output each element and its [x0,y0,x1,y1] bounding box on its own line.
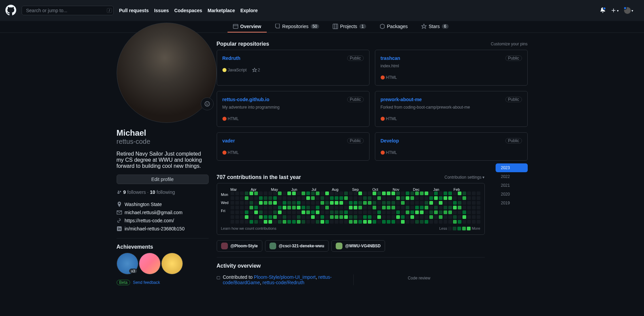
contrib-cell[interactable] [235,220,239,224]
contrib-cell[interactable] [297,201,301,205]
contrib-cell[interactable] [344,191,348,195]
contrib-cell[interactable] [292,206,296,209]
contrib-cell[interactable] [320,210,324,214]
contrib-cell[interactable] [245,220,248,224]
contrib-cell[interactable] [467,191,471,195]
contrib-cell[interactable] [358,206,362,209]
contrib-cell[interactable] [249,210,253,214]
contrib-cell[interactable] [406,210,409,214]
contrib-cell[interactable] [316,215,319,219]
contrib-cell[interactable] [283,215,286,219]
contrib-cell[interactable] [264,196,267,200]
add-menu[interactable]: ▾ [611,8,619,13]
contrib-cell[interactable] [268,206,272,209]
contrib-cell[interactable] [278,210,282,214]
contrib-cell[interactable] [477,201,480,205]
contrib-cell[interactable] [235,206,239,209]
contrib-cell[interactable] [396,210,400,214]
contrib-cell[interactable] [306,210,310,214]
contrib-cell[interactable] [268,196,272,200]
contrib-cell[interactable] [377,196,381,200]
contrib-cell[interactable] [467,215,471,219]
tab-overview[interactable]: Overview [228,21,267,32]
contrib-cell[interactable] [410,201,414,205]
contrib-cell[interactable] [377,220,381,224]
contrib-cell[interactable] [368,191,372,195]
contrib-settings[interactable]: Contribution settings ▾ [445,175,485,180]
contrib-cell[interactable] [235,215,239,219]
contrib-cell[interactable] [320,215,324,219]
contrib-cell[interactable] [264,191,267,195]
contrib-cell[interactable] [330,210,334,214]
contrib-cell[interactable] [396,196,400,200]
contrib-cell[interactable] [373,201,376,205]
learn-link[interactable]: Learn how we count contributions [221,226,277,230]
customize-pins[interactable]: Customize your pins [491,42,528,46]
contrib-cell[interactable] [391,196,395,200]
contrib-cell[interactable] [462,191,466,195]
contrib-cell[interactable] [335,201,338,205]
contrib-cell[interactable] [231,215,234,219]
contrib-cell[interactable] [448,210,452,214]
contrib-cell[interactable] [477,215,480,219]
contrib-cell[interactable] [245,215,248,219]
tab-repos[interactable]: Repositories 50 [269,21,325,32]
contrib-cell[interactable] [467,196,471,200]
contrib-cell[interactable] [358,220,362,224]
contrib-cell[interactable] [339,196,343,200]
contrib-cell[interactable] [368,206,372,209]
github-logo[interactable] [5,5,16,17]
contrib-cell[interactable] [254,215,258,219]
contrib-cell[interactable] [297,220,301,224]
contrib-cell[interactable] [363,206,367,209]
contrib-cell[interactable] [245,191,248,195]
contrib-cell[interactable] [420,215,424,219]
contrib-cell[interactable] [477,206,480,209]
contrib-cell[interactable] [240,215,244,219]
contrib-cell[interactable] [354,220,357,224]
contrib-cell[interactable] [387,220,390,224]
contrib-cell[interactable] [330,191,334,195]
contrib-cell[interactable] [297,196,301,200]
contrib-cell[interactable] [387,201,390,205]
contrib-cell[interactable] [373,191,376,195]
contrib-cell[interactable] [420,210,424,214]
contrib-cell[interactable] [254,201,258,205]
contrib-cell[interactable] [306,191,310,195]
contrib-cell[interactable] [415,206,419,209]
contrib-cell[interactable] [278,196,282,200]
contrib-cell[interactable] [458,220,461,224]
badge-3[interactable] [161,253,183,274]
contrib-cell[interactable] [306,196,310,200]
user-menu[interactable]: ▾ [624,7,633,14]
contrib-cell[interactable] [264,206,267,209]
contrib-cell[interactable] [387,206,390,209]
contrib-cell[interactable] [240,196,244,200]
contrib-cell[interactable] [344,196,348,200]
contrib-cell[interactable] [235,201,239,205]
contrib-cell[interactable] [249,201,253,205]
contrib-cell[interactable] [363,196,367,200]
repo-name[interactable]: prework-about-me [381,97,422,102]
contrib-cell[interactable] [320,220,324,224]
nav-pulls[interactable]: Pull requests [119,8,149,13]
contrib-cell[interactable] [240,201,244,205]
contrib-cell[interactable] [467,220,471,224]
contrib-cell[interactable] [467,210,471,214]
nav-issues[interactable]: Issues [154,8,169,13]
contrib-cell[interactable] [330,196,334,200]
contrib-cell[interactable] [415,220,419,224]
contrib-cell[interactable] [339,206,343,209]
contrib-cell[interactable] [273,201,277,205]
contrib-cell[interactable] [325,220,329,224]
contrib-cell[interactable] [444,201,447,205]
contrib-cell[interactable] [396,215,400,219]
contrib-cell[interactable] [292,220,296,224]
contrib-cell[interactable] [387,191,390,195]
contrib-cell[interactable] [363,220,367,224]
contrib-cell[interactable] [354,201,357,205]
contrib-cell[interactable] [382,210,386,214]
contrib-cell[interactable] [335,220,338,224]
contrib-cell[interactable] [302,196,305,200]
contrib-cell[interactable] [406,201,409,205]
